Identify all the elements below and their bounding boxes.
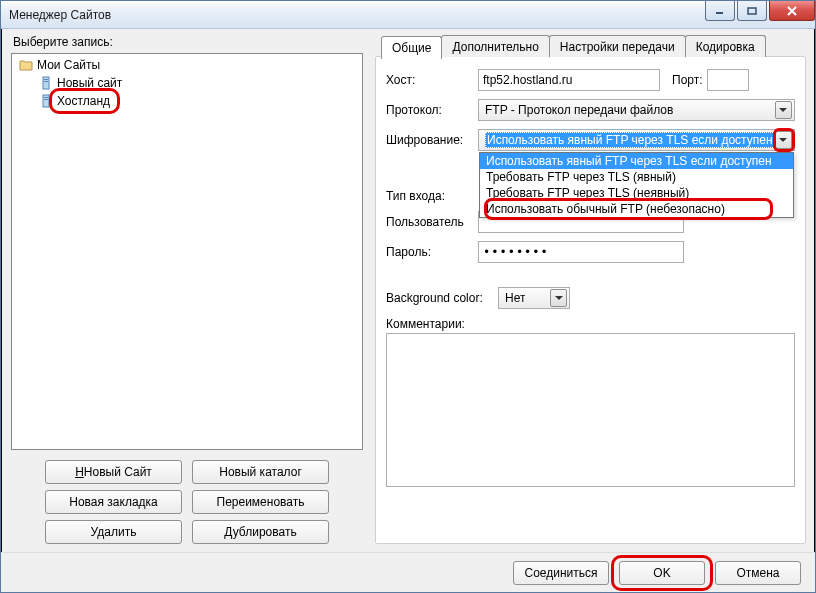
duplicate-button[interactable]: Дублировать — [192, 520, 329, 544]
rename-button[interactable]: Переименовать — [192, 490, 329, 514]
encryption-option[interactable]: Использовать обычный FTP (небезопасно) — [480, 201, 793, 217]
dropdown-arrow-icon[interactable] — [775, 101, 792, 119]
tree-item-label: Хостланд — [57, 94, 110, 108]
encryption-dropdown[interactable]: Использовать явный FTP через TLS если до… — [479, 152, 794, 218]
server-icon — [38, 75, 54, 91]
logon-type-label: Тип входа: — [386, 189, 478, 203]
comments-textarea[interactable] — [386, 333, 795, 487]
right-pane: Общие Дополнительно Настройки передачи К… — [373, 35, 805, 544]
left-pane: Выберите запись: Мои Сайты Новый сайт — [11, 35, 363, 544]
protocol-select[interactable]: FTP - Протокол передачи файлов — [478, 99, 795, 121]
new-folder-button[interactable]: Новый каталог — [192, 460, 329, 484]
svg-rect-6 — [44, 99, 48, 100]
ok-button[interactable]: OK — [619, 561, 705, 585]
host-input[interactable] — [478, 69, 660, 91]
site-tree[interactable]: Мои Сайты Новый сайт Хостланд — [11, 53, 363, 450]
svg-rect-3 — [44, 81, 48, 82]
select-entry-label: Выберите запись: — [13, 35, 363, 49]
svg-rect-2 — [44, 79, 48, 80]
svg-rect-0 — [748, 8, 756, 14]
svg-rect-4 — [43, 95, 49, 107]
encryption-select[interactable]: Использовать явный FTP через TLS если до… — [478, 129, 795, 151]
tree-root-label: Мои Сайты — [37, 58, 100, 72]
tab-transfer[interactable]: Настройки передачи — [549, 35, 686, 57]
titlebar: Менеджер Сайтов — [1, 1, 815, 29]
folder-icon — [18, 57, 34, 73]
bgcolor-value: Нет — [505, 291, 525, 305]
cancel-button[interactable]: Отмена — [715, 561, 801, 585]
protocol-value: FTP - Протокол передачи файлов — [485, 103, 673, 117]
port-input[interactable] — [707, 69, 749, 91]
protocol-label: Протокол: — [386, 103, 478, 117]
tab-panel-general: Хост: Порт: Протокол: FTP - Протокол пер… — [375, 56, 806, 544]
tab-general[interactable]: Общие — [381, 36, 442, 59]
svg-rect-1 — [43, 77, 49, 89]
tree-item[interactable]: Хостланд — [38, 92, 360, 110]
encryption-option[interactable]: Требовать FTP через TLS (явный) — [480, 169, 793, 185]
password-label: Пароль: — [386, 245, 478, 259]
encryption-value: Использовать явный FTP через TLS если до… — [485, 132, 775, 148]
tab-advanced[interactable]: Дополнительно — [441, 35, 549, 57]
site-manager-window: Менеджер Сайтов Выберите запись: Мои Сай… — [0, 0, 816, 593]
dialog-footer: Соединиться OK Отмена — [1, 552, 815, 592]
dropdown-arrow-icon[interactable] — [550, 289, 567, 307]
svg-rect-5 — [44, 97, 48, 98]
connect-button[interactable]: Соединиться — [513, 561, 609, 585]
comments-label: Комментарии: — [386, 317, 795, 331]
server-icon — [38, 93, 54, 109]
tree-item[interactable]: Новый сайт — [38, 74, 360, 92]
tab-strip: Общие Дополнительно Настройки передачи К… — [381, 35, 765, 58]
port-label: Порт: — [672, 73, 703, 87]
host-label: Хост: — [386, 73, 478, 87]
tree-root-item[interactable]: Мои Сайты — [18, 56, 360, 74]
new-site-button[interactable]: ННовый СайтНовый Сайт — [45, 460, 182, 484]
window-title: Менеджер Сайтов — [9, 8, 111, 22]
close-button[interactable] — [769, 1, 815, 21]
user-label: Пользователь — [386, 215, 478, 229]
new-bookmark-button[interactable]: Новая закладка — [45, 490, 182, 514]
bgcolor-label: Background color: — [386, 291, 498, 305]
encryption-label: Шифрование: — [386, 133, 478, 147]
site-action-buttons: ННовый СайтНовый Сайт Новый каталог Нова… — [11, 460, 363, 544]
encryption-option[interactable]: Требовать FTP через TLS (неявный) — [480, 185, 793, 201]
bgcolor-select[interactable]: Нет — [498, 287, 570, 309]
minimize-button[interactable] — [705, 1, 735, 21]
delete-button[interactable]: Удалить — [45, 520, 182, 544]
encryption-option[interactable]: Использовать явный FTP через TLS если до… — [480, 153, 793, 169]
password-input[interactable] — [478, 241, 684, 263]
dropdown-arrow-icon[interactable] — [775, 131, 792, 149]
maximize-button[interactable] — [737, 1, 767, 21]
tree-item-label: Новый сайт — [57, 76, 122, 90]
window-controls — [705, 1, 815, 21]
tab-charset[interactable]: Кодировка — [685, 35, 766, 57]
